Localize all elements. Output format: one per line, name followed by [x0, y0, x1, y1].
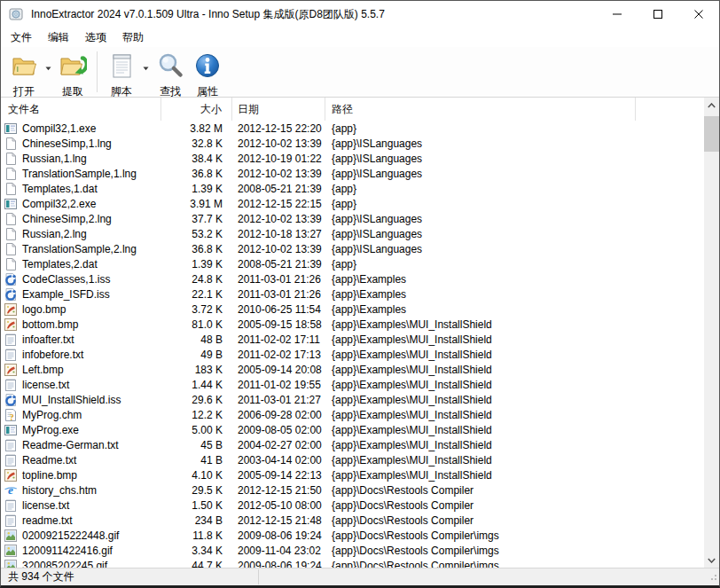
- file-row[interactable]: Readme-German.txt45 B2004-02-27 02:00{ap…: [1, 437, 704, 452]
- file-row[interactable]: Left.bmp183 K2005-09-14 20:08{app}\Examp…: [1, 362, 704, 377]
- file-date: 2012-12-15 21:50: [232, 484, 325, 497]
- maximize-icon: [653, 6, 662, 22]
- file-row[interactable]: topline.bmp4.10 K2005-09-14 22:13{app}\E…: [1, 467, 704, 482]
- file-row[interactable]: infobefore.txt49 B2011-02-02 17:13{app}\…: [1, 347, 704, 362]
- scroll-up-button[interactable]: [704, 98, 719, 113]
- script-dropdown-arrow[interactable]: [140, 49, 152, 97]
- scrollbar-thumb[interactable]: [704, 116, 719, 152]
- file-row[interactable]: license.txt1.50 K2012-05-10 08:00{app}\D…: [1, 498, 704, 513]
- scrollbar-track[interactable]: [704, 113, 719, 553]
- file-name-cell: 320085202245.gif: [1, 559, 161, 568]
- file-name-cell: ChineseSimp,2.lng: [1, 212, 161, 226]
- file-name-cell: Templates,1.dat: [1, 182, 161, 196]
- toolbar-separator: [97, 51, 98, 92]
- column-header-name[interactable]: 文件名: [1, 98, 161, 121]
- file-rows: Compil32,1.exe3.82 M2012-12-15 22:20{app…: [1, 121, 704, 568]
- file-name: 320085202245.gif: [22, 560, 107, 568]
- file-row[interactable]: ?MyProg.chm12.2 K2006-09-28 02:00{app}\E…: [1, 407, 704, 422]
- file-name-cell: readme.txt: [1, 514, 161, 528]
- file-path: {app}\Docs\Restools Compiler\imgs: [325, 545, 499, 557]
- file-name: CodeClasses,1.iss: [22, 273, 110, 286]
- iss-icon: [4, 272, 18, 286]
- open-dropdown-arrow[interactable]: [43, 49, 54, 97]
- txt-icon: [4, 348, 18, 362]
- maximize-button[interactable]: [638, 1, 678, 27]
- script-button[interactable]: 脚本: [103, 49, 140, 97]
- file-row[interactable]: Readme.txt41 B2003-04-14 02:00{app}\Exam…: [1, 452, 704, 467]
- file-row[interactable]: license.txt1.44 K2011-01-02 19:55{app}\E…: [1, 377, 704, 392]
- file-row[interactable]: MyProg.exe5.00 K2009-08-05 02:00{app}\Ex…: [1, 422, 704, 437]
- file-row[interactable]: ehistory_chs.htm29.5 K2012-12-15 21:50{a…: [1, 482, 704, 498]
- file-row[interactable]: Templates,1.dat1.39 K2008-05-21 21:39{ap…: [1, 181, 704, 196]
- file-row[interactable]: ChineseSimp,2.lng37.7 K2012-10-02 13:39{…: [1, 211, 704, 226]
- file-path: {app}\Examples\MUI_InstallShield: [325, 333, 492, 346]
- resize-grip-icon[interactable]: [708, 571, 717, 584]
- file-date: 2012-10-18 13:27: [232, 228, 325, 240]
- file-row[interactable]: readme.txt234 B2012-12-15 21:48{app}\Doc…: [1, 513, 704, 528]
- file-row[interactable]: 02009215222448.gif11.8 K2009-08-06 19:24…: [1, 528, 704, 543]
- file-row[interactable]: logo.bmp3.72 K2010-06-25 11:54{app}\Exam…: [1, 302, 704, 317]
- menu-item-file[interactable]: 文件: [3, 27, 40, 48]
- file-row[interactable]: MUI_InstallShield.iss29.6 K2011-03-01 21…: [1, 392, 704, 407]
- column-header-path[interactable]: 路径: [325, 98, 636, 121]
- file-row[interactable]: 320085202245.gif44.7 K2009-08-06 19:24{a…: [1, 558, 704, 568]
- properties-button[interactable]: 属性: [189, 49, 226, 97]
- file-date: 2009-08-06 19:24: [232, 529, 325, 542]
- column-header-size[interactable]: 大小: [161, 98, 232, 121]
- file-date: 2012-12-15 21:48: [232, 514, 325, 527]
- file-date: 2009-08-06 19:24: [232, 560, 325, 568]
- file-name: 1200911422416.gif: [22, 545, 113, 557]
- app-icon: [9, 7, 23, 21]
- file-path: {app}\Examples: [325, 288, 406, 301]
- file-name: Russian,1.lng: [22, 153, 87, 165]
- file-row[interactable]: TranslationSample,2.lng36.8 K2012-10-02 …: [1, 241, 704, 256]
- file-name: Compil32,1.exe: [22, 122, 96, 135]
- file-row[interactable]: bottom.bmp81.0 K2005-09-15 18:58{app}\Ex…: [1, 317, 704, 332]
- menu-item-help[interactable]: 帮助: [114, 27, 152, 48]
- extract-button[interactable]: 提取: [54, 49, 91, 97]
- gif-icon: [4, 559, 18, 568]
- find-button[interactable]: 查找: [152, 49, 189, 97]
- file-path: {app}\Examples\MUI_InstallShield: [325, 379, 492, 391]
- file-size: 4.10 K: [161, 469, 232, 482]
- file-count-text: 共 934 个文件: [1, 569, 74, 584]
- file-date: 2012-10-02 13:39: [232, 213, 325, 225]
- bmp-icon: [4, 302, 18, 317]
- file-path: {app}: [325, 183, 356, 195]
- doc-icon: [4, 257, 18, 271]
- file-path: {app}\Examples\MUI_InstallShield: [325, 364, 492, 376]
- open-button[interactable]: 打开: [5, 49, 43, 97]
- file-path: {app}\Examples: [325, 273, 406, 286]
- file-row[interactable]: CodeClasses,1.iss24.8 K2011-03-01 21:26{…: [1, 271, 704, 286]
- file-row[interactable]: Compil32,1.exe3.82 M2012-12-15 22:20{app…: [1, 121, 704, 136]
- file-date: 2009-11-04 23:02: [232, 545, 325, 557]
- chm-icon: ?: [4, 408, 18, 422]
- file-date: 2011-03-01 21:27: [232, 394, 325, 406]
- file-name: topline.bmp: [22, 469, 77, 482]
- file-date: 2008-05-21 21:39: [232, 183, 325, 195]
- file-row[interactable]: Russian,1.lng38.4 K2012-10-19 01:22{app}…: [1, 151, 704, 166]
- vertical-scrollbar[interactable]: [704, 98, 719, 568]
- file-row[interactable]: ChineseSimp,1.lng32.8 K2012-10-02 13:39{…: [1, 136, 704, 151]
- scroll-down-button[interactable]: [704, 553, 719, 568]
- file-date: 2012-10-02 13:39: [232, 168, 325, 180]
- file-path: {app}\Examples\MUI_InstallShield: [325, 394, 492, 406]
- file-row[interactable]: Compil32,2.exe3.91 M2012-12-15 22:15{app…: [1, 196, 704, 211]
- file-row[interactable]: Russian,2.lng53.2 K2012-10-18 13:27{app}…: [1, 226, 704, 241]
- svg-text:e: e: [8, 483, 13, 497]
- close-button[interactable]: [678, 1, 719, 27]
- menu-item-edit[interactable]: 编辑: [40, 27, 77, 48]
- column-header-date[interactable]: 日期: [232, 98, 325, 121]
- file-row[interactable]: Templates,2.dat1.39 K2008-05-21 21:39{ap…: [1, 256, 704, 271]
- file-size: 32.8 K: [161, 137, 232, 150]
- file-size: 22.1 K: [161, 288, 232, 301]
- file-row[interactable]: 1200911422416.gif3.34 K2009-11-04 23:02{…: [1, 543, 704, 558]
- file-name-cell: ehistory_chs.htm: [1, 483, 161, 498]
- file-row[interactable]: Example_ISFD.iss22.1 K2011-03-01 21:26{a…: [1, 286, 704, 302]
- menu-item-options[interactable]: 选项: [77, 27, 114, 48]
- minimize-button[interactable]: [597, 1, 638, 27]
- bmp-icon: [4, 468, 18, 482]
- file-date: 2005-09-14 20:08: [232, 364, 325, 376]
- file-row[interactable]: TranslationSample,1.lng36.8 K2012-10-02 …: [1, 166, 704, 181]
- file-row[interactable]: infoafter.txt48 B2011-02-02 17:11{app}\E…: [1, 332, 704, 347]
